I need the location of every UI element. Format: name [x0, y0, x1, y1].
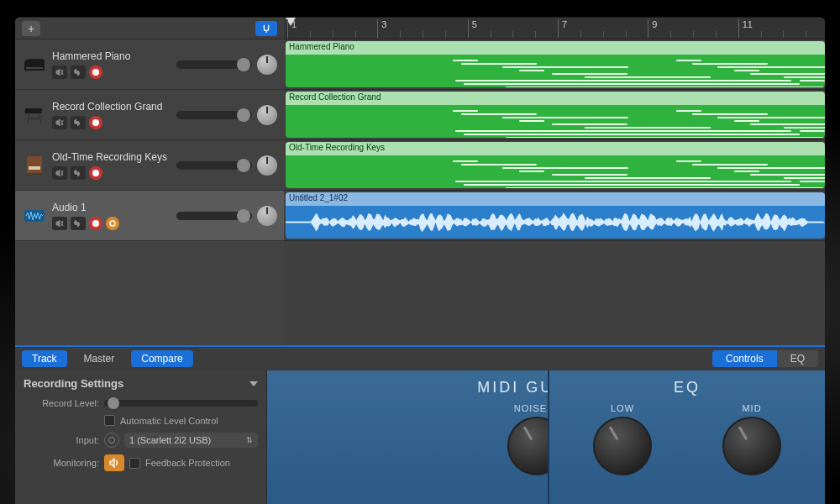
svg-rect-5: [39, 173, 42, 176]
eq-knob[interactable]: [593, 417, 652, 475]
solo-button[interactable]: [71, 166, 86, 180]
arrange-area[interactable]: 1357911 Hammered PianoRecord Collection …: [284, 18, 825, 345]
svg-rect-6: [24, 210, 45, 222]
eq-title: EQ: [549, 370, 825, 396]
record-enable-button[interactable]: [89, 217, 102, 230]
eq-section: EQ LOWMID: [548, 370, 825, 504]
tuning-fork-icon: [260, 24, 272, 34]
region-label: Hammered Piano: [286, 41, 825, 55]
ruler-bar: 7: [558, 19, 567, 38]
input-value: 1 (Scarlett 2i2 USB): [129, 435, 211, 445]
tracks-header: +: [15, 18, 284, 39]
tracks-panel: + Hammered Piano Record Collection Grand: [15, 18, 284, 345]
tab-compare[interactable]: Compare: [131, 350, 192, 367]
region-lane[interactable]: Old-Time Recording Keys: [284, 140, 825, 191]
svg-rect-4: [27, 173, 29, 176]
mute-button[interactable]: [52, 166, 67, 180]
audio-region[interactable]: Untitled 2_1#02: [286, 192, 825, 239]
eq-band-label: MID: [722, 403, 781, 413]
add-track-button[interactable]: +: [22, 21, 40, 36]
record-enable-button[interactable]: [89, 66, 102, 79]
tab-eq[interactable]: EQ: [777, 350, 818, 367]
inspector-tabs: Track Master Compare Controls EQ: [15, 347, 825, 370]
auto-level-label: Automatic Level Control: [120, 416, 218, 426]
input-monitor-button[interactable]: [106, 217, 119, 230]
region-label: Untitled 2_1#02: [286, 192, 825, 206]
record-enable-button[interactable]: [89, 116, 102, 129]
ruler-bar: 5: [468, 19, 477, 38]
timeline-ruler[interactable]: 1357911: [284, 18, 825, 39]
mute-button[interactable]: [52, 66, 67, 79]
piano-icon: [22, 52, 47, 77]
midi-region[interactable]: Record Collection Grand: [286, 92, 825, 138]
recording-settings: Recording Settings Record Level: Automat…: [15, 370, 267, 504]
speaker-icon: [108, 458, 120, 468]
ruler-bar: 1: [287, 19, 297, 38]
volume-slider[interactable]: [176, 60, 252, 69]
updown-icon: ⇅: [246, 436, 253, 444]
inspector-body: Recording Settings Record Level: Automat…: [15, 370, 825, 504]
smart-controls: MIDI GUITAR 2 NOISE GATE EQ LOWMID: [267, 370, 825, 504]
pan-knob[interactable]: [257, 206, 277, 226]
ruler-bar: 11: [738, 19, 753, 38]
ruler-bar: 3: [377, 19, 386, 38]
svg-point-7: [110, 221, 115, 226]
tab-master[interactable]: Master: [74, 350, 125, 367]
input-select[interactable]: 1 (Scarlett 2i2 USB) ⇅: [124, 433, 258, 448]
input-mode-button[interactable]: [104, 433, 119, 448]
record-level-label: Record Level:: [24, 398, 99, 408]
feedback-protection-label: Feedback Protection: [145, 458, 230, 468]
tab-controls[interactable]: Controls: [712, 350, 777, 367]
monitoring-label: Monitoring:: [24, 458, 99, 468]
region-label: Record Collection Grand: [286, 92, 825, 105]
record-enable-button[interactable]: [89, 166, 102, 180]
midi-region[interactable]: Old-Time Recording Keys: [286, 142, 825, 188]
pan-knob[interactable]: [257, 155, 277, 176]
track-row[interactable]: Hammered Piano: [15, 39, 284, 90]
region-lane[interactable]: Hammered Piano: [284, 39, 825, 90]
svg-rect-3: [29, 166, 40, 170]
keyboard-icon: [22, 102, 47, 128]
volume-slider[interactable]: [176, 212, 252, 220]
track-name: Audio 1: [52, 202, 171, 213]
upright-piano-icon: [22, 153, 47, 178]
track-row[interactable]: Record Collection Grand: [15, 90, 284, 140]
feedback-protection-checkbox[interactable]: [129, 458, 140, 469]
eq-knob[interactable]: [722, 417, 781, 475]
midi-region[interactable]: Hammered Piano: [286, 41, 825, 87]
svg-rect-2: [27, 156, 42, 173]
recording-settings-title: Recording Settings: [24, 377, 123, 390]
track-name: Old-Time Recording Keys: [52, 151, 171, 163]
auto-level-checkbox[interactable]: [104, 415, 115, 426]
pan-knob[interactable]: [257, 55, 277, 75]
input-label: Input:: [24, 435, 99, 445]
workspace: + Hammered Piano Record Collection Grand: [15, 18, 825, 345]
region-lane[interactable]: Record Collection Grand: [284, 90, 825, 140]
monitoring-button[interactable]: [104, 454, 124, 471]
daw-window: + Hammered Piano Record Collection Grand: [15, 17, 825, 504]
solo-button[interactable]: [71, 217, 86, 230]
pan-knob[interactable]: [257, 105, 277, 125]
eq-band-label: LOW: [593, 403, 652, 413]
input-monitoring-toggle[interactable]: [255, 21, 277, 36]
volume-slider[interactable]: [176, 161, 252, 170]
ruler-bar: 9: [648, 19, 657, 38]
track-name: Hammered Piano: [52, 50, 171, 62]
solo-button[interactable]: [71, 116, 86, 129]
chevron-down-icon[interactable]: [249, 381, 258, 386]
region-lane[interactable]: Untitled 2_1#02: [284, 191, 825, 241]
svg-rect-0: [26, 67, 43, 69]
svg-rect-1: [24, 108, 42, 113]
inspector-panel: Track Master Compare Controls EQ Recordi…: [15, 345, 825, 504]
waveform-icon: [22, 203, 47, 228]
tab-track[interactable]: Track: [22, 350, 67, 367]
solo-button[interactable]: [71, 66, 86, 79]
region-label: Old-Time Recording Keys: [286, 142, 825, 155]
volume-slider[interactable]: [176, 111, 252, 119]
track-name: Record Collection Grand: [52, 101, 171, 113]
track-row[interactable]: Old-Time Recording Keys: [15, 140, 284, 191]
track-row[interactable]: Audio 1: [15, 191, 284, 241]
mute-button[interactable]: [52, 217, 67, 230]
mute-button[interactable]: [52, 116, 67, 129]
record-level-slider[interactable]: [104, 400, 258, 407]
